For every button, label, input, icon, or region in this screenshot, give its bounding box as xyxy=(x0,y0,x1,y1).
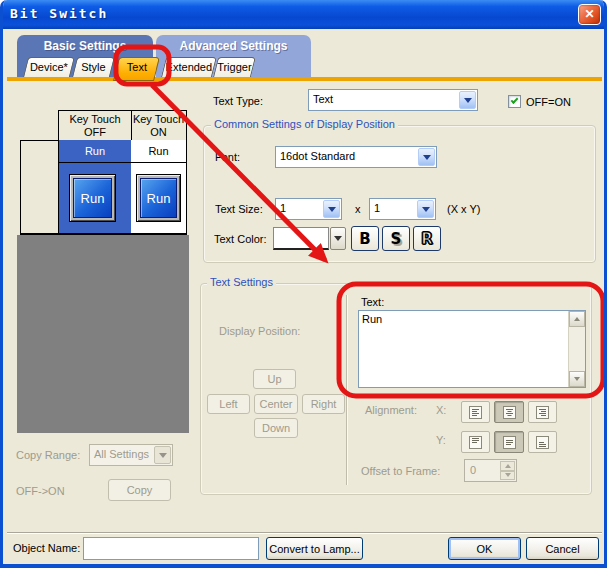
close-icon: ✕ xyxy=(584,7,594,21)
text-field-label: Text: xyxy=(361,296,384,308)
check-icon xyxy=(511,96,519,104)
scroll-up-button[interactable] xyxy=(569,311,585,327)
font-label: Font: xyxy=(215,151,240,163)
align-left-icon xyxy=(469,406,482,419)
scroll-down-button[interactable] xyxy=(569,371,585,387)
chevron-down-icon xyxy=(154,446,171,464)
alignment-label: Alignment: xyxy=(365,404,417,416)
triangle-down-icon xyxy=(574,377,580,381)
copy-range-select[interactable]: All Settings xyxy=(89,444,173,466)
align-right-icon xyxy=(536,406,549,419)
alignment-x-label: X: xyxy=(436,404,446,416)
text-input[interactable]: Run xyxy=(358,310,586,388)
column-header-key-touch-on: Key Touch ON xyxy=(131,110,187,141)
text-size-x-value: 1 xyxy=(280,202,286,214)
common-settings-group-title: Common Settings of Display Position xyxy=(211,118,398,130)
advanced-settings-label: Advanced Settings xyxy=(156,35,311,53)
off-equals-on-checkbox[interactable] xyxy=(508,95,521,108)
position-center-button[interactable]: Center xyxy=(254,394,298,414)
size-hint-label: (X x Y) xyxy=(447,203,480,215)
preview-text-cell-off[interactable]: Run xyxy=(58,140,132,163)
convert-to-lamp-button[interactable]: Convert to Lamp... xyxy=(266,537,363,560)
text-scrollbar[interactable] xyxy=(568,311,585,387)
alignment-y-label: Y: xyxy=(436,434,446,446)
switch-preview-button-off: Run xyxy=(69,174,116,222)
preview-row-header-cell xyxy=(20,140,59,235)
copy-range-value: All Settings xyxy=(94,448,149,460)
active-tab-underline xyxy=(7,77,602,81)
text-color-swatch[interactable] xyxy=(273,227,329,250)
align-middle-icon xyxy=(503,436,516,449)
align-center-icon xyxy=(503,406,516,419)
align-bottom-icon xyxy=(536,436,549,449)
bold-style-button[interactable]: B xyxy=(351,226,379,251)
text-color-dropdown-button[interactable] xyxy=(330,227,346,250)
window-title: Bit Switch xyxy=(10,6,108,21)
text-settings-divider xyxy=(346,295,347,485)
size-times-label: x xyxy=(355,203,361,215)
column-header-key-touch-off: Key Touch OFF xyxy=(58,110,132,141)
off-equals-on-label: OFF=ON xyxy=(526,96,571,108)
title-bar[interactable]: Bit Switch ✕ xyxy=(0,0,607,29)
close-button[interactable]: ✕ xyxy=(578,4,601,25)
align-y-top-button[interactable] xyxy=(461,431,490,453)
tab-trigger[interactable]: Trigger xyxy=(213,57,256,77)
copy-range-label: Copy Range: xyxy=(16,449,80,461)
chevron-down-icon xyxy=(418,148,435,166)
text-size-y-select[interactable]: 1 xyxy=(369,198,436,220)
ok-button[interactable]: OK xyxy=(448,537,521,560)
chevron-down-icon xyxy=(334,236,342,241)
shadow-style-button[interactable]: S xyxy=(382,226,410,251)
object-name-label: Object Name: xyxy=(13,542,80,554)
chevron-down-icon xyxy=(323,200,340,218)
align-top-icon xyxy=(469,436,482,449)
copy-button[interactable]: Copy xyxy=(108,479,171,501)
text-type-value: Text xyxy=(313,93,333,105)
position-left-button[interactable]: Left xyxy=(207,394,250,414)
align-y-bottom-button[interactable] xyxy=(528,431,557,453)
switch-preview-button-on: Run xyxy=(136,174,181,222)
align-y-middle-button[interactable] xyxy=(494,431,524,453)
switch-preview-on-label: Run xyxy=(140,178,177,218)
switch-preview-off-label: Run xyxy=(73,178,112,218)
cancel-button[interactable]: Cancel xyxy=(526,537,599,560)
triangle-up-icon xyxy=(505,464,511,468)
object-name-input[interactable] xyxy=(83,537,259,560)
preview-empty-area xyxy=(17,235,189,433)
text-color-label: Text Color: xyxy=(214,233,267,245)
text-size-x-select[interactable]: 1 xyxy=(275,198,342,220)
tab-device[interactable]: Device* xyxy=(23,57,75,77)
chevron-down-icon xyxy=(459,91,476,109)
align-x-center-button[interactable] xyxy=(494,401,524,423)
raised-style-button[interactable]: R xyxy=(413,226,441,251)
spin-down-button[interactable] xyxy=(500,471,515,481)
chevron-down-icon xyxy=(417,200,434,218)
basic-settings-label: Basic Settings xyxy=(17,35,153,53)
text-size-y-value: 1 xyxy=(374,202,380,214)
offset-value: 0 xyxy=(470,464,476,476)
position-down-button[interactable]: Down xyxy=(254,418,298,438)
align-x-left-button[interactable] xyxy=(461,401,490,423)
preview-text-cell-on[interactable]: Run xyxy=(131,140,187,163)
offset-to-frame-label: Offset to Frame: xyxy=(361,465,440,477)
display-position-label: Display Position: xyxy=(219,325,300,337)
font-select[interactable]: 16dot Standard xyxy=(275,146,437,168)
offset-to-frame-input[interactable]: 0 xyxy=(464,459,517,482)
text-settings-group-title: Text Settings xyxy=(207,276,276,288)
footer-separator xyxy=(7,532,602,533)
position-right-button[interactable]: Right xyxy=(302,394,345,414)
copy-direction-label: OFF->ON xyxy=(16,485,65,497)
spin-up-button[interactable] xyxy=(500,461,515,471)
align-x-right-button[interactable] xyxy=(528,401,557,423)
triangle-down-icon xyxy=(505,473,511,477)
text-type-label: Text Type: xyxy=(213,95,263,107)
tab-style[interactable]: Style xyxy=(72,57,115,77)
text-type-select[interactable]: Text xyxy=(308,89,478,111)
tab-extended[interactable]: Extended xyxy=(161,57,217,77)
font-value: 16dot Standard xyxy=(280,150,355,162)
text-size-label: Text Size: xyxy=(215,203,263,215)
triangle-up-icon xyxy=(574,317,580,321)
tab-text[interactable]: Text xyxy=(113,57,160,81)
bit-switch-dialog: Bit Switch ✕ Basic Settings Advanced Set… xyxy=(0,0,607,568)
position-up-button[interactable]: Up xyxy=(253,369,296,389)
